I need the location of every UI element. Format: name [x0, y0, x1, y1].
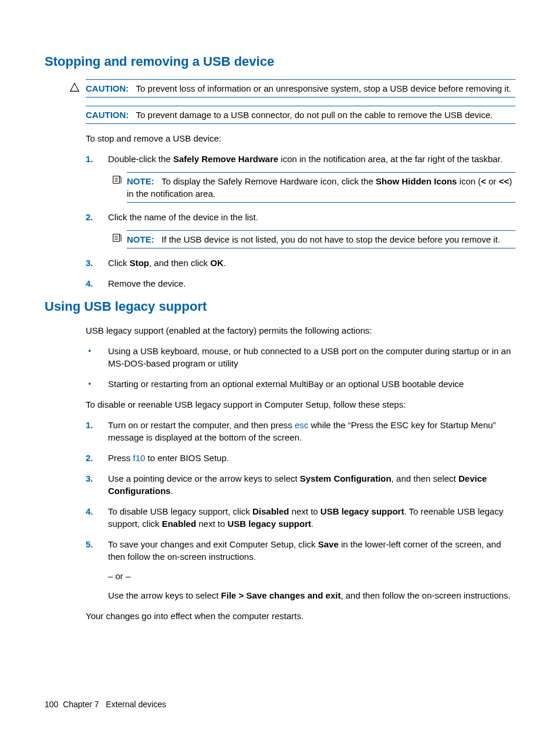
- note-callout: NOTE: If the USB device is not listed, y…: [127, 230, 515, 248]
- ordered-list: 1. Double-click the Safely Remove Hardwa…: [86, 153, 515, 290]
- list-item: Starting or restarting from an optional …: [86, 378, 515, 390]
- list-item: 3. Use a pointing device or the arrow ke…: [86, 472, 515, 497]
- keycap-esc: esc: [295, 420, 308, 430]
- page-number: 100: [45, 700, 58, 709]
- note-text: If the USB device is not listed, you do …: [161, 234, 500, 244]
- section-heading-stopping-usb: Stopping and removing a USB device: [45, 53, 515, 71]
- bullet-text: Using a USB keyboard, mouse, or hub conn…: [108, 346, 511, 368]
- step-text: Use a pointing device or the arrow keys …: [108, 473, 487, 496]
- step-text: Click Stop, and then click OK.: [108, 258, 226, 268]
- list-item: 4. To disable USB legacy support, click …: [86, 505, 515, 530]
- alt-instruction: Use the arrow keys to select File > Save…: [108, 589, 515, 601]
- item-number: 1.: [86, 419, 93, 431]
- bullet-text: Starting or restarting from an optional …: [108, 379, 464, 389]
- step-text: To disable USB legacy support, click Dis…: [108, 506, 503, 529]
- list-item: 1. Double-click the Safely Remove Hardwa…: [86, 153, 515, 203]
- keycap-f10: f10: [133, 453, 146, 463]
- caution-text: To prevent loss of information or an unr…: [136, 83, 511, 93]
- paragraph: To disable or reenable USB legacy suppor…: [86, 398, 515, 411]
- or-separator: – or –: [108, 570, 515, 582]
- note-label: NOTE:: [127, 234, 154, 244]
- document-page: Stopping and removing a USB device CAUTI…: [0, 0, 560, 746]
- list-item: 4. Remove the device.: [86, 277, 515, 290]
- list-item: 1. Turn on or restart the computer, and …: [86, 419, 515, 443]
- caution-callout: CAUTION: To prevent loss of information …: [86, 79, 515, 98]
- note-text: To display the Safely Remove Hardware ic…: [127, 176, 512, 199]
- item-number: 3.: [86, 257, 93, 269]
- paragraph: Your changes go into effect when the com…: [86, 610, 515, 622]
- item-number: 2.: [86, 452, 93, 464]
- paragraph: USB legacy support (enabled at the facto…: [86, 324, 515, 337]
- item-number: 5.: [86, 538, 93, 550]
- caution-callout: CAUTION: To prevent damage to a USB conn…: [86, 106, 515, 124]
- item-number: 2.: [86, 211, 93, 223]
- caution-label: CAUTION:: [86, 83, 129, 93]
- page-footer: 100 Chapter 7 External devices: [45, 699, 166, 711]
- step-text: Click the name of the device in the list…: [108, 212, 258, 222]
- item-number: 4.: [86, 277, 93, 290]
- item-number: 3.: [86, 472, 93, 485]
- step-text: Remove the device.: [108, 278, 186, 288]
- step-text: Turn on or restart the computer, and the…: [108, 420, 496, 442]
- section-heading-usb-legacy: Using USB legacy support: [45, 298, 515, 316]
- item-number: 1.: [86, 153, 93, 165]
- list-item: 5. To save your changes and exit Compute…: [86, 538, 515, 601]
- note-icon: [112, 233, 123, 244]
- caution-icon: [69, 82, 81, 94]
- list-item: 3. Click Stop, and then click OK.: [86, 257, 515, 269]
- chapter-label: Chapter 7 External devices: [63, 700, 166, 709]
- list-item: 2. Press f10 to enter BIOS Setup.: [86, 452, 515, 464]
- step-text: To save your changes and exit Computer S…: [108, 539, 501, 562]
- step-text: Press f10 to enter BIOS Setup.: [108, 453, 229, 463]
- unordered-list: Using a USB keyboard, mouse, or hub conn…: [86, 345, 515, 390]
- list-item: Using a USB keyboard, mouse, or hub conn…: [86, 345, 515, 369]
- note-label: NOTE:: [127, 176, 154, 186]
- note-callout: NOTE: To display the Safely Remove Hardw…: [127, 172, 515, 203]
- item-number: 4.: [86, 505, 93, 518]
- note-icon: [112, 174, 123, 186]
- step-text: Double-click the Safely Remove Hardware …: [108, 154, 502, 164]
- list-item: 2. Click the name of the device in the l…: [86, 211, 515, 248]
- caution-text: To prevent damage to a USB connector, do…: [136, 110, 493, 120]
- paragraph: To stop and remove a USB device:: [86, 132, 515, 145]
- caution-label: CAUTION:: [86, 110, 129, 120]
- ordered-list: 1. Turn on or restart the computer, and …: [86, 419, 515, 601]
